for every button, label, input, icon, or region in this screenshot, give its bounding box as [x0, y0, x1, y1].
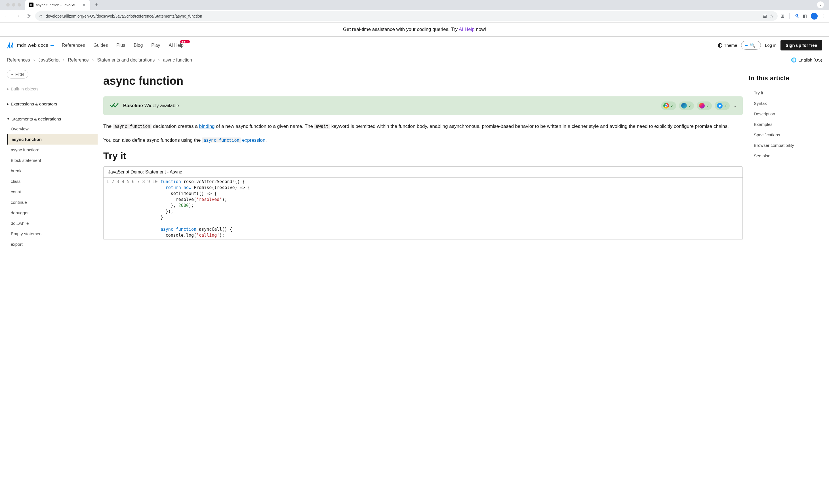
traffic-light-zoom[interactable] — [17, 3, 21, 6]
url-text: developer.allizom.org/en-US/docs/Web/Jav… — [46, 14, 760, 18]
nav-guides[interactable]: Guides — [93, 43, 108, 48]
toc-item[interactable]: See also — [749, 151, 822, 161]
sidebar-item[interactable]: async function — [7, 134, 98, 145]
triangle-down-icon: ▼ — [7, 117, 10, 120]
text: of a new async function to a given name.… — [215, 124, 314, 129]
safari-badge: ✓ — [715, 102, 730, 110]
breadcrumb-item[interactable]: References — [7, 57, 30, 63]
browser-toolbar: ← → ⟳ ⚙ developer.allizom.org/en-US/docs… — [0, 10, 829, 23]
sidebar: ▾ Filter ▶ Built-in objects ▶ Expression… — [7, 66, 98, 249]
theme-icon — [718, 43, 722, 48]
site-settings-icon[interactable]: ⚙ — [39, 14, 43, 18]
toc-item[interactable]: Browser compatibility — [749, 140, 822, 151]
bookmark-star-icon[interactable]: ☆ — [770, 13, 774, 19]
profile-avatar[interactable] — [811, 13, 818, 20]
toc-item[interactable]: Description — [749, 109, 822, 119]
baseline-text: Baseline Widely available — [123, 103, 179, 109]
intro-paragraph-1: The async function declaration creates a… — [103, 122, 743, 130]
traffic-lights — [2, 0, 25, 9]
baseline-bold: Baseline — [123, 103, 143, 108]
traffic-light-close[interactable] — [6, 3, 10, 6]
breadcrumb-item[interactable]: JavaScript — [38, 57, 60, 63]
chrome-badge: ✓ — [661, 102, 676, 110]
sidebar-expressions-label: Expressions & operators — [11, 102, 57, 106]
page-layout: ▾ Filter ▶ Built-in objects ▶ Expression… — [0, 66, 829, 261]
mdn-logo[interactable]: mdn web docs — [7, 42, 54, 48]
safari-icon — [717, 103, 723, 109]
chevron-right-icon: › — [158, 57, 159, 63]
traffic-light-minimize[interactable] — [12, 3, 15, 6]
breadcrumb: References›JavaScript›Reference›Statemen… — [7, 57, 192, 63]
tabs-dropdown-button[interactable]: ⌄ — [817, 1, 824, 8]
filter-input[interactable]: ▾ Filter — [7, 70, 28, 79]
baseline-expand-icon[interactable]: ⌄ — [734, 104, 736, 108]
nav-ai-help-label: AI Help — [169, 43, 183, 48]
reload-button[interactable]: ⟳ — [25, 12, 32, 20]
promo-link[interactable]: AI Help — [459, 27, 475, 32]
baseline-check-icon — [109, 102, 119, 109]
code-await: await — [314, 124, 330, 129]
toc-item[interactable]: Try it — [749, 88, 822, 98]
login-link[interactable]: Log in — [765, 43, 777, 48]
link-async-function-expression[interactable]: async function expression — [202, 138, 265, 143]
sidebar-item[interactable]: class — [7, 176, 98, 187]
triangle-right-icon: ▶ — [7, 102, 9, 106]
extensions-icon[interactable]: ⊞ — [781, 13, 784, 19]
top-nav: References Guides Plus Blog Play AI Help… — [62, 43, 184, 48]
sidebar-item[interactable]: do...while — [7, 218, 98, 229]
code-async-function: async function — [113, 124, 151, 129]
nav-plus[interactable]: Plus — [116, 43, 125, 48]
link-text: expression — [241, 138, 265, 143]
tab-close-icon[interactable]: × — [82, 3, 86, 7]
language-switcher[interactable]: 🌐 English (US) — [791, 57, 822, 63]
install-app-icon[interactable]: ⬓ — [763, 13, 767, 19]
search-button[interactable]: 🔍 — [741, 41, 761, 50]
sidebar-section-builtin[interactable]: ▶ Built-in objects — [7, 84, 98, 93]
sidebar-item[interactable]: export — [7, 239, 98, 249]
toc-item[interactable]: Syntax — [749, 98, 822, 109]
sidebar-item[interactable]: Overview — [7, 124, 98, 134]
forward-button[interactable]: → — [13, 12, 22, 20]
theme-button[interactable]: Theme — [718, 43, 737, 48]
breadcrumb-item[interactable]: Statements and declarations — [97, 57, 155, 63]
sidebar-section-expressions[interactable]: ▶ Expressions & operators — [7, 99, 98, 109]
toc-list: Try itSyntaxDescriptionExamplesSpecifica… — [749, 88, 822, 161]
sidebar-item[interactable]: continue — [7, 197, 98, 207]
labs-icon[interactable]: ⚗ — [795, 13, 799, 19]
address-bar[interactable]: ⚙ developer.allizom.org/en-US/docs/Web/J… — [35, 11, 778, 21]
breadcrumb-item[interactable]: async function — [163, 57, 192, 63]
edge-icon — [681, 103, 687, 109]
link-binding[interactable]: binding — [199, 124, 215, 129]
nav-ai-help[interactable]: AI Help BETA — [169, 43, 183, 48]
sidebar-item[interactable]: break — [7, 165, 98, 176]
toc-item[interactable]: Specifications — [749, 129, 822, 140]
signup-button[interactable]: Sign up for free — [781, 40, 822, 50]
sidebar-item[interactable]: Empty statement — [7, 229, 98, 239]
toc: In this article Try itSyntaxDescriptionE… — [749, 66, 822, 161]
header-right: Theme 🔍 Log in Sign up for free — [718, 40, 822, 50]
breadcrumb-item[interactable]: Reference — [68, 57, 89, 63]
back-button[interactable]: ← — [3, 12, 11, 20]
sidebar-item[interactable]: async function* — [7, 145, 98, 155]
baseline-box: Baseline Widely available ✓ ✓ ✓ ✓ ⌄ — [103, 96, 743, 115]
sidebar-section-statements[interactable]: ▼ Statements & declarations — [7, 114, 98, 124]
new-tab-button[interactable]: + — [93, 1, 101, 9]
sidebar-item[interactable]: Block statement — [7, 155, 98, 165]
nav-blog[interactable]: Blog — [134, 43, 143, 48]
triangle-right-icon: ▶ — [7, 87, 9, 90]
code-editor[interactable]: 1 2 3 4 5 6 7 8 9 10 function resolveAft… — [104, 178, 743, 239]
chrome-menu-icon[interactable]: ⋮ — [822, 13, 826, 19]
browser-tab[interactable]: M async function - JavaScript | × — [25, 0, 90, 10]
search-cursor-icon — [745, 45, 748, 46]
page-title: async function — [103, 75, 743, 87]
sidebar-item[interactable]: debugger — [7, 207, 98, 218]
sidebar-item[interactable]: const — [7, 187, 98, 197]
divider — [789, 13, 790, 19]
theme-label: Theme — [724, 43, 737, 48]
article: async function Baseline Widely available… — [103, 66, 743, 240]
beta-badge: BETA — [180, 40, 190, 43]
nav-references[interactable]: References — [62, 43, 85, 48]
side-panel-icon[interactable]: ◧ — [803, 13, 807, 19]
nav-play[interactable]: Play — [151, 43, 160, 48]
toc-item[interactable]: Examples — [749, 119, 822, 129]
